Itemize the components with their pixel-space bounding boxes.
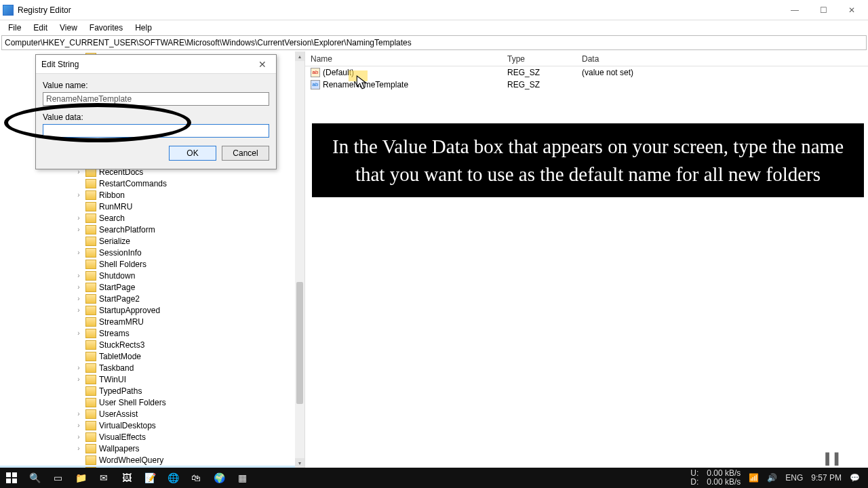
tree-item-wordwheelquery[interactable]: WordWheelQuery <box>0 454 295 466</box>
scroll-thumb[interactable] <box>296 282 303 404</box>
sound-icon[interactable]: 🔊 <box>767 473 777 483</box>
lang-indicator[interactable]: ENG <box>785 473 803 483</box>
value-name-label: Value name: <box>43 81 269 90</box>
tree-item-streammru[interactable]: StreamMRU <box>0 316 295 327</box>
chevron-icon[interactable]: › <box>75 306 83 314</box>
chevron-icon[interactable]: › <box>75 375 83 383</box>
list-header: Name Type Data <box>305 52 868 66</box>
col-data[interactable]: Data <box>576 54 868 64</box>
tree-label: Streams <box>99 329 130 338</box>
dialog-close-icon[interactable]: ✕ <box>254 59 271 70</box>
folder-icon <box>85 271 96 281</box>
regedit-icon[interactable]: ▦ <box>231 468 254 488</box>
chevron-icon[interactable]: › <box>75 433 83 441</box>
minimize-button[interactable]: — <box>781 3 808 18</box>
tree-item-stuckrects3[interactable]: StuckRects3 <box>0 339 295 350</box>
tree-item-virtualdesktops[interactable]: ›VirtualDesktops <box>0 420 295 431</box>
tree-item-user-shell-folders[interactable]: User Shell Folders <box>0 396 295 408</box>
clock[interactable]: 9:57 PM <box>811 473 842 483</box>
chevron-icon[interactable]: › <box>75 214 83 222</box>
tree-label: StartupApproved <box>99 306 160 315</box>
photos-icon[interactable]: 🖼 <box>115 468 138 488</box>
value-name-input[interactable] <box>43 92 269 106</box>
tree-item-restartcommands[interactable]: RestartCommands <box>0 178 295 189</box>
wifi-icon[interactable]: 📶 <box>749 473 759 483</box>
dialog-titlebar[interactable]: Edit String ✕ <box>36 55 276 74</box>
tree-item-taskband[interactable]: ›Taskband <box>0 362 295 373</box>
tree-item-streams[interactable]: ›Streams <box>0 327 295 339</box>
menu-edit[interactable]: Edit <box>28 22 53 34</box>
search-icon[interactable]: 🔍 <box>23 468 46 488</box>
ok-button[interactable]: OK <box>169 146 216 161</box>
tree-item-typedpaths[interactable]: TypedPaths <box>0 385 295 396</box>
maximize-button[interactable]: ☐ <box>810 3 837 18</box>
taskview-icon[interactable]: ▭ <box>46 468 69 488</box>
tree-item-search[interactable]: ›Search <box>0 212 295 224</box>
chevron-icon[interactable]: › <box>75 226 83 233</box>
tree-item-startpage2[interactable]: ›StartPage2 <box>0 293 295 304</box>
tree-item-twinui[interactable]: ›TWinUI <box>0 373 295 385</box>
tree-item-wallpapers[interactable]: ›Wallpapers <box>0 443 295 454</box>
taskbar: 🔍 ▭ 📁 ✉ 🖼 📝 🌐 🛍 🌍 ▦ U: D: 0.00 kB/s 0.00… <box>0 468 868 488</box>
folder-icon <box>85 294 96 304</box>
explorer-icon[interactable]: 📁 <box>69 468 92 488</box>
tree-label: RestartCommands <box>99 179 167 188</box>
address-bar[interactable]: Computer\HKEY_CURRENT_USER\SOFTWARE\Micr… <box>1 35 867 50</box>
tree-item-startupapproved[interactable]: ›StartupApproved <box>0 304 295 316</box>
svg-rect-1 <box>12 472 17 477</box>
edge-icon[interactable]: 🌐 <box>161 468 184 488</box>
menu-file[interactable]: File <box>3 22 26 34</box>
close-button[interactable]: ✕ <box>838 3 865 18</box>
folder-icon <box>85 179 96 188</box>
chevron-icon[interactable]: › <box>75 422 83 429</box>
tree-item-userassist[interactable]: ›UserAssist <box>0 408 295 420</box>
tree-item-sessioninfo[interactable]: ›SessionInfo <box>0 247 295 258</box>
chevron-icon[interactable]: › <box>75 283 83 291</box>
chevron-icon[interactable]: › <box>75 272 83 279</box>
tree-item-shutdown[interactable]: ›Shutdown <box>0 270 295 281</box>
store-icon[interactable]: 🛍 <box>184 468 208 488</box>
chevron-icon[interactable]: › <box>75 249 83 256</box>
tree-item-startpage[interactable]: ›StartPage <box>0 281 295 293</box>
tree-item-searchplatform[interactable]: ›SearchPlatform <box>0 224 295 235</box>
scroll-down-button[interactable]: ▾ <box>295 458 304 468</box>
start-button[interactable] <box>0 468 23 488</box>
menu-favorites[interactable]: Favorites <box>84 22 128 34</box>
tree-scrollbar[interactable]: ▴ ▾ <box>295 52 304 468</box>
folder-icon <box>85 398 96 407</box>
browser-icon[interactable]: 🌍 <box>208 468 231 488</box>
chevron-icon[interactable]: › <box>75 445 83 452</box>
tree-label: Shell Folders <box>99 260 146 269</box>
folder-icon <box>85 260 96 269</box>
menu-help[interactable]: Help <box>130 22 157 34</box>
folder-icon <box>85 237 96 246</box>
tree-item-shell-folders[interactable]: Shell Folders <box>0 258 295 270</box>
tree-item-tabletmode[interactable]: TabletMode <box>0 350 295 362</box>
chevron-icon[interactable]: › <box>75 295 83 302</box>
tree-label: UserAssist <box>99 409 138 419</box>
value-data-input[interactable] <box>43 124 269 138</box>
col-type[interactable]: Type <box>502 54 576 64</box>
tree-label: Ribbon <box>99 190 125 200</box>
notepad-icon[interactable]: 📝 <box>138 468 161 488</box>
tree-item-runmru[interactable]: RunMRU <box>0 201 295 212</box>
folder-icon <box>85 248 96 258</box>
folder-icon <box>85 386 96 396</box>
mail-icon[interactable]: ✉ <box>92 468 115 488</box>
value-row[interactable]: abRenameNameTemplateREG_SZ <box>305 79 868 91</box>
tree-label: SessionInfo <box>99 248 142 258</box>
chevron-icon[interactable]: › <box>75 410 83 418</box>
cancel-button[interactable]: Cancel <box>222 146 269 161</box>
notifications-icon[interactable]: 💬 <box>850 473 860 483</box>
scroll-up-button[interactable]: ▴ <box>295 52 304 61</box>
chevron-icon[interactable]: › <box>75 191 83 199</box>
chevron-icon[interactable]: › <box>75 329 83 337</box>
menu-view[interactable]: View <box>54 22 83 34</box>
chevron-icon[interactable]: › <box>75 364 83 371</box>
tree-item-ribbon[interactable]: ›Ribbon <box>0 189 295 201</box>
folder-icon <box>85 317 96 327</box>
value-row[interactable]: ab(Default)REG_SZ(value not set) <box>305 66 868 79</box>
tree-item-serialize[interactable]: Serialize <box>0 235 295 247</box>
col-name[interactable]: Name <box>305 54 502 64</box>
tree-item-visualeffects[interactable]: ›VisualEffects <box>0 431 295 443</box>
